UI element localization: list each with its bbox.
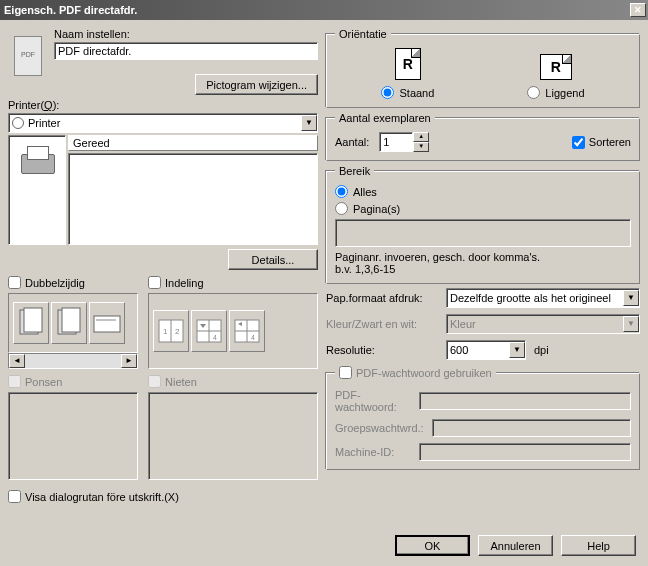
group-password-label: Groepswachtwrd.:: [335, 422, 424, 434]
svg-text:2: 2: [175, 327, 180, 336]
svg-text:1: 1: [163, 327, 168, 336]
pdf-password-label: PDF-wachtwoord:: [335, 389, 411, 413]
use-pdf-password-checkbox[interactable]: PDF-wachtwoord gebruiken: [339, 366, 492, 379]
spin-down-icon[interactable]: ▼: [413, 142, 429, 152]
count-input[interactable]: [379, 132, 413, 152]
copies-group: Aantal exemplaren Aantal: ▲ ▼ Sorteren: [326, 112, 640, 161]
chevron-down-icon[interactable]: ▼: [623, 290, 639, 306]
svg-text:4: 4: [251, 334, 255, 341]
duplex-option-2[interactable]: [51, 302, 87, 344]
svg-rect-4: [94, 316, 120, 332]
portrait-icon: R: [395, 48, 421, 80]
printer-target-icon: [12, 117, 24, 129]
show-dialog-checkbox[interactable]: Visa dialogrutan före utskrift.(X): [8, 490, 179, 503]
svg-rect-3: [62, 308, 80, 332]
landscape-radio[interactable]: Liggend: [527, 86, 584, 99]
resolution-label: Resolutie:: [326, 344, 438, 356]
duplex-option-3[interactable]: [89, 302, 125, 344]
range-hint-1: Paginanr. invoeren, gesch. door komma's.: [335, 251, 631, 263]
cancel-button[interactable]: Annuleren: [478, 535, 553, 556]
staple-panel: [148, 392, 318, 480]
resolution-select[interactable]: 600 ▼: [446, 340, 526, 360]
chevron-down-icon[interactable]: ▼: [509, 342, 525, 358]
range-hint-2: b.v. 1,3,6-15: [335, 263, 631, 275]
ok-button[interactable]: OK: [395, 535, 470, 556]
count-spinner[interactable]: ▲ ▼: [379, 132, 429, 152]
punch-checkbox: Ponsen: [8, 375, 62, 388]
range-legend: Bereik: [335, 165, 374, 177]
window-title: Eigensch. PDF directafdr.: [4, 4, 137, 16]
name-input[interactable]: [54, 42, 318, 60]
details-button[interactable]: Details...: [228, 249, 318, 270]
orientation-group: Oriëntatie R Staand R Liggend: [326, 28, 640, 108]
chevron-down-icon: ▼: [623, 316, 639, 332]
color-select: Kleur ▼: [446, 314, 640, 334]
resolution-value: 600: [450, 344, 468, 356]
machine-id-label: Machine-ID:: [335, 446, 411, 458]
help-button[interactable]: Help: [561, 535, 636, 556]
landscape-icon: R: [540, 54, 572, 80]
printer-select-value: Printer: [28, 117, 60, 129]
range-all-radio[interactable]: Alles: [335, 185, 631, 198]
paper-value: Dezelfde grootte als het origineel: [450, 292, 611, 304]
range-pages-input[interactable]: [335, 219, 631, 247]
pdf-password-group: PDF-wachtwoord gebruiken PDF-wachtwoord:…: [326, 366, 640, 470]
group-password-input: [432, 419, 631, 437]
paper-select[interactable]: Dezelfde grootte als het origineel ▼: [446, 288, 640, 308]
resolution-unit: dpi: [534, 344, 549, 356]
layout-checkbox[interactable]: Indeling: [148, 276, 204, 289]
printer-select[interactable]: Printer ▼: [8, 113, 318, 133]
name-label: Naam instellen:: [54, 28, 318, 40]
punch-panel: [8, 392, 138, 480]
close-button[interactable]: ✕: [630, 3, 646, 17]
printer-info-list: [68, 153, 318, 245]
orientation-legend: Oriëntatie: [335, 28, 391, 40]
printer-label: Printer(Q):: [8, 99, 318, 111]
layout-option-1[interactable]: 12: [153, 310, 189, 352]
layout-option-3[interactable]: 4: [229, 310, 265, 352]
collate-checkbox[interactable]: Sorteren: [572, 136, 631, 149]
range-group: Bereik Alles Pagina(s) Paginanr. invoere…: [326, 165, 640, 284]
duplex-scrollbar[interactable]: ◄ ►: [8, 353, 138, 369]
printer-icon-list[interactable]: [8, 135, 66, 245]
scroll-right-icon[interactable]: ►: [121, 354, 137, 368]
scroll-left-icon[interactable]: ◄: [9, 354, 25, 368]
paper-label: Pap.formaat afdruk:: [326, 292, 438, 304]
spin-up-icon[interactable]: ▲: [413, 132, 429, 142]
svg-rect-1: [24, 308, 42, 332]
color-label: Kleur/Zwart en wit:: [326, 318, 438, 330]
printer-icon: [17, 144, 57, 180]
machine-id-input: [419, 443, 631, 461]
color-value: Kleur: [450, 318, 476, 330]
titlebar: Eigensch. PDF directafdr. ✕: [0, 0, 648, 20]
change-icon-button[interactable]: Pictogram wijzigen...: [195, 74, 318, 95]
portrait-radio[interactable]: Staand: [381, 86, 434, 99]
pdf-password-input: [419, 392, 631, 410]
layout-options: 12 4 4: [148, 293, 318, 369]
pdf-file-icon: [12, 32, 44, 64]
duplex-options: [8, 293, 138, 353]
chevron-down-icon[interactable]: ▼: [301, 115, 317, 131]
printer-status: Gereed: [68, 135, 318, 151]
svg-text:4: 4: [213, 334, 217, 341]
range-pages-radio[interactable]: Pagina(s): [335, 202, 631, 215]
duplex-checkbox[interactable]: Dubbelzijdig: [8, 276, 85, 289]
copies-legend: Aantal exemplaren: [335, 112, 435, 124]
count-label: Aantal:: [335, 136, 369, 148]
duplex-option-1[interactable]: [13, 302, 49, 344]
staple-checkbox: Nieten: [148, 375, 197, 388]
layout-option-2[interactable]: 4: [191, 310, 227, 352]
